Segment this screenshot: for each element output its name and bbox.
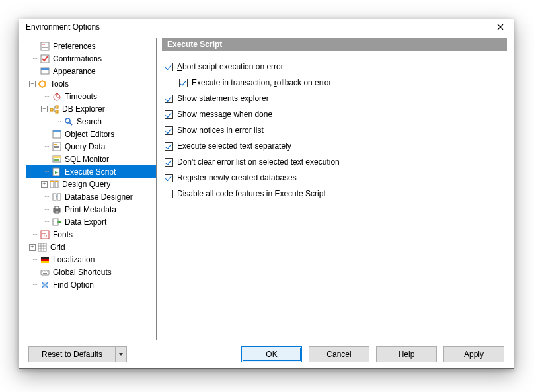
check-execute-in-transaction[interactable]: Execute in transaction, rollback on erro…: [165, 75, 507, 91]
svg-rect-24: [54, 159, 59, 161]
close-icon: [497, 24, 504, 30]
check-dont-clear-error-list[interactable]: Don't clear error list on selected text …: [165, 154, 507, 170]
tree-leaf-icon: ⋯: [30, 67, 38, 75]
svg-rect-34: [55, 211, 59, 213]
checkbox-icon: [165, 158, 173, 167]
expand-icon[interactable]: +: [29, 244, 36, 251]
check-label: bort script execution on error: [182, 62, 284, 71]
svg-rect-47: [47, 271, 48, 272]
tree-item-db-explorer[interactable]: − DB Explorer: [26, 102, 156, 115]
check-show-statements-explorer[interactable]: Show statements explorer: [165, 91, 507, 106]
svg-rect-17: [54, 136, 59, 136]
options-tree[interactable]: ⋯ Preferences ⋯ Confirmations ⋯ Appearan…: [26, 38, 157, 340]
check-disable-code-features[interactable]: Disable all code features in Execute Scr…: [165, 186, 507, 202]
design-query-icon: [49, 179, 59, 190]
tree-item-find-option[interactable]: ⋯ Find Option: [26, 278, 156, 291]
tree-leaf-icon: ⋯: [42, 218, 50, 226]
svg-rect-46: [46, 271, 47, 272]
check-execute-selected-text-separately[interactable]: Execute selected text separately: [165, 138, 507, 154]
section-header: Execute Script: [162, 38, 507, 51]
checkbox-icon: [165, 126, 173, 135]
titlebar: Environment Options: [19, 19, 514, 35]
database-designer-icon: [52, 192, 62, 202]
close-button[interactable]: [491, 20, 510, 34]
reset-to-defaults-button[interactable]: Reset to Defaults: [28, 346, 116, 362]
svg-rect-6: [41, 68, 49, 70]
svg-rect-45: [44, 271, 45, 272]
apply-button[interactable]: Apply: [443, 346, 504, 362]
tree-leaf-icon: ⋯: [42, 93, 50, 100]
tree-item-print-metadata[interactable]: ⋯ Print Metadata: [26, 203, 156, 216]
svg-rect-12: [56, 110, 58, 113]
search-icon: [63, 116, 74, 127]
tree-leaf-icon: ⋯: [42, 143, 50, 151]
checkbox-icon: [165, 190, 173, 198]
tools-icon: [37, 79, 48, 89]
svg-rect-15: [53, 130, 61, 132]
svg-rect-41: [41, 259, 49, 261]
tree-leaf-icon: ⋯: [54, 118, 62, 126]
tree-leaf-icon: ⋯: [42, 193, 50, 201]
check-abort-on-error[interactable]: Abort script execution on error: [165, 59, 507, 75]
tree-item-fonts[interactable]: ⋯ TI Fonts: [26, 228, 156, 241]
expand-icon[interactable]: +: [41, 181, 48, 188]
svg-rect-42: [41, 261, 49, 263]
tree-item-appearance[interactable]: ⋯ Appearance: [26, 65, 156, 77]
tree-leaf-icon: ⋯: [30, 256, 38, 264]
tree-leaf-icon: ⋯: [42, 155, 50, 163]
chevron-down-icon: [118, 352, 124, 357]
tree-leaf-icon: ⋯: [30, 281, 38, 289]
find-option-icon: [40, 280, 50, 290]
tree-item-query-data[interactable]: ⋯ Query Data: [26, 140, 156, 153]
data-export-icon: [52, 217, 62, 227]
tree-item-search[interactable]: ⋯ Search: [26, 115, 156, 128]
tree-item-preferences[interactable]: ⋯ Preferences: [26, 40, 156, 52]
tree-item-execute-script[interactable]: ⋯ Execute Script: [26, 165, 156, 178]
tree-item-grid[interactable]: + Grid: [26, 241, 156, 253]
svg-rect-40: [41, 257, 49, 259]
tree-leaf-icon: ⋯: [42, 206, 50, 214]
check-show-message-when-done[interactable]: Show message when done: [165, 106, 507, 122]
reset-dropdown-button[interactable]: [116, 346, 127, 362]
grid-icon: [37, 242, 48, 253]
global-shortcuts-icon: [40, 267, 50, 278]
ok-button[interactable]: OK: [241, 346, 302, 362]
appearance-icon: [40, 66, 50, 77]
svg-rect-31: [57, 194, 61, 200]
tree-item-localization[interactable]: ⋯ Localization: [26, 253, 156, 266]
tree-item-tools[interactable]: − Tools: [26, 77, 156, 90]
svg-rect-20: [54, 146, 59, 147]
collapse-icon[interactable]: −: [29, 81, 36, 87]
object-editors-icon: [52, 129, 62, 139]
tree-item-data-export[interactable]: ⋯ Data Export: [26, 216, 156, 228]
svg-rect-23: [53, 156, 61, 158]
db-explorer-icon: [49, 104, 59, 114]
tree-item-timeouts[interactable]: ⋯ Timeouts: [26, 90, 156, 102]
svg-point-13: [65, 118, 70, 123]
tree-item-design-query[interactable]: + Design Query: [26, 178, 156, 190]
execute-script-icon: [52, 167, 62, 177]
collapse-icon[interactable]: −: [41, 106, 48, 112]
svg-rect-30: [53, 194, 56, 200]
tree-item-confirmations[interactable]: ⋯ Confirmations: [26, 52, 156, 65]
tree-item-sql-monitor[interactable]: ⋯ SQL Monitor: [26, 153, 156, 165]
svg-rect-9: [56, 93, 58, 94]
checkbox-icon: [165, 63, 173, 71]
environment-options-dialog: Environment Options ⋯ Preferences ⋯ Conf…: [19, 19, 514, 369]
content-panel: Execute Script Abort script execution on…: [162, 38, 507, 340]
check-register-newly-created-databases[interactable]: Register newly created databases: [165, 170, 507, 186]
tree-item-database-designer[interactable]: ⋯ Database Designer: [26, 190, 156, 203]
svg-rect-33: [55, 206, 59, 209]
tree-item-object-editors[interactable]: ⋯ Object Editors: [26, 128, 156, 140]
query-data-icon: [52, 141, 62, 152]
tree-leaf-icon: ⋯: [30, 42, 38, 50]
help-button[interactable]: Help: [376, 346, 437, 362]
svg-rect-19: [54, 144, 57, 145]
dialog-footer: Reset to Defaults OK Cancel Help Apply: [19, 340, 514, 368]
preferences-icon: [40, 41, 50, 52]
checkbox-icon: [165, 110, 173, 119]
cancel-button[interactable]: Cancel: [309, 346, 369, 362]
confirmations-icon: [40, 54, 50, 64]
check-show-notices-in-error-list[interactable]: Show notices in error list: [165, 122, 507, 138]
tree-item-global-shortcuts[interactable]: ⋯ Global Shortcuts: [26, 266, 156, 278]
